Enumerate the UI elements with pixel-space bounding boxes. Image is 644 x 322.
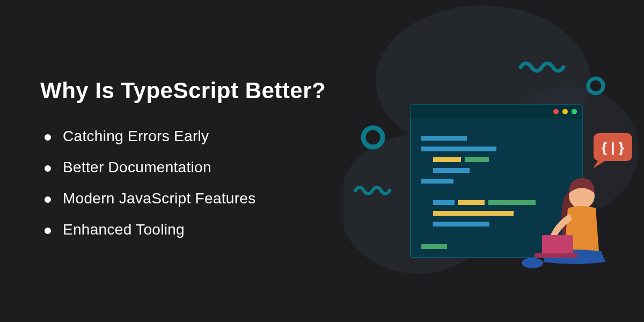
- list-item: Better Documentation: [40, 159, 326, 176]
- svg-rect-16: [433, 211, 514, 216]
- svg-point-5: [562, 109, 568, 114]
- svg-rect-8: [421, 147, 496, 151]
- svg-rect-14: [458, 200, 485, 205]
- svg-rect-17: [433, 222, 489, 226]
- svg-rect-9: [433, 157, 461, 162]
- bullet-list: Catching Errors Early Better Documentati…: [40, 128, 326, 238]
- svg-rect-24: [535, 253, 577, 258]
- svg-rect-23: [542, 235, 573, 255]
- svg-rect-18: [421, 244, 447, 249]
- illustration-area: { | }: [343, 0, 644, 322]
- svg-rect-15: [488, 200, 536, 205]
- svg-rect-10: [465, 157, 489, 162]
- circle-icon: [363, 128, 383, 147]
- svg-text:{ | }: { | }: [602, 140, 624, 156]
- svg-point-6: [572, 109, 577, 114]
- svg-rect-7: [421, 136, 467, 141]
- svg-point-22: [522, 258, 543, 268]
- svg-point-4: [553, 109, 559, 114]
- svg-rect-12: [421, 179, 453, 184]
- list-item: Modern JavaScript Features: [40, 190, 326, 207]
- svg-rect-13: [433, 200, 455, 205]
- svg-rect-11: [433, 168, 470, 173]
- page-title: Why Is TypeScript Better?: [40, 78, 326, 104]
- list-item: Enhanced Tooling: [40, 221, 326, 238]
- text-content: Why Is TypeScript Better? Catching Error…: [40, 78, 326, 252]
- list-item: Catching Errors Early: [40, 128, 326, 145]
